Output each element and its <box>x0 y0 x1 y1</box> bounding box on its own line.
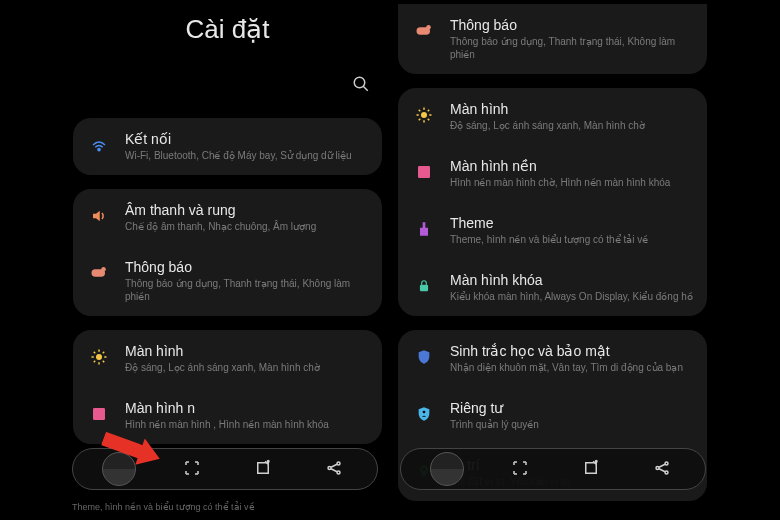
item-title: Âm thanh và rung <box>125 202 368 218</box>
settings-item-notifications[interactable]: Thông báo Thông báo ứng dụng, Thanh trạn… <box>398 4 707 74</box>
item-subtitle: Theme, hình nền và biểu tượng có thể tải… <box>450 233 693 246</box>
settings-item-wallpaper[interactable]: Màn hình nền Hình nền màn hình chờ, Hình… <box>398 145 707 202</box>
item-text: Màn hình nền Hình nền màn hình chờ, Hình… <box>450 158 693 189</box>
svg-line-35 <box>331 464 337 467</box>
item-subtitle: Thông báo ứng dụng, Thanh trạng thái, Kh… <box>125 277 368 303</box>
svg-point-40 <box>665 462 668 465</box>
svg-point-39 <box>656 466 659 469</box>
item-title: Màn hình n <box>125 400 368 416</box>
wifi-icon <box>87 133 111 157</box>
settings-group: Màn hình Độ sáng, Lọc ánh sáng xanh, Màn… <box>73 330 382 444</box>
svg-rect-14 <box>93 408 105 420</box>
svg-point-2 <box>98 148 100 150</box>
brightness-icon <box>412 103 436 127</box>
svg-line-25 <box>428 110 430 112</box>
item-title: Thông báo <box>450 17 693 33</box>
item-text: Theme Theme, hình nền và biểu tượng có t… <box>450 215 693 246</box>
svg-point-33 <box>337 462 340 465</box>
svg-point-28 <box>423 411 426 414</box>
svg-rect-30 <box>257 462 268 473</box>
item-title: Thông báo <box>125 259 368 275</box>
settings-group: Màn hình Độ sáng, Lọc ánh sáng xanh, Màn… <box>398 88 707 316</box>
settings-item-lockscreen[interactable]: Màn hình khóa Kiểu khóa màn hình, Always… <box>398 259 707 316</box>
settings-item-display[interactable]: Màn hình Độ sáng, Lọc ánh sáng xanh, Màn… <box>73 330 382 387</box>
crop-icon[interactable] <box>177 459 207 480</box>
svg-rect-27 <box>420 285 428 291</box>
svg-point-4 <box>101 267 106 272</box>
item-subtitle: Độ sáng, Lọc ánh sáng xanh, Màn hình chờ <box>450 119 693 132</box>
thumbnail-icon[interactable] <box>102 452 136 486</box>
svg-point-5 <box>96 354 102 360</box>
search-icon[interactable] <box>352 75 370 98</box>
item-text: Thông báo Thông báo ứng dụng, Thanh trạn… <box>125 259 368 303</box>
svg-line-43 <box>659 468 665 471</box>
item-title: Màn hình <box>450 101 693 117</box>
item-text: Màn hình khóa Kiểu khóa màn hình, Always… <box>450 272 693 303</box>
svg-line-12 <box>94 361 96 363</box>
svg-rect-26 <box>418 166 430 178</box>
svg-line-1 <box>363 86 368 91</box>
screenshot-toolbar-right <box>400 448 706 490</box>
notification-icon <box>412 19 436 43</box>
svg-line-11 <box>103 361 105 363</box>
item-subtitle: Độ sáng, Lọc ánh sáng xanh, Màn hình chờ <box>125 361 368 374</box>
truncated-text: Theme, hình nền và biểu tượng có thể tải… <box>72 502 255 512</box>
settings-item-display[interactable]: Màn hình Độ sáng, Lọc ánh sáng xanh, Màn… <box>398 88 707 145</box>
svg-point-32 <box>328 466 331 469</box>
svg-line-42 <box>659 464 665 467</box>
item-title: Màn hình <box>125 343 368 359</box>
svg-point-0 <box>354 77 365 88</box>
settings-item-biometrics[interactable]: Sinh trắc học và bảo mật Nhận diện khuôn… <box>398 330 707 387</box>
left-content: Kết nối Wi-Fi, Bluetooth, Chế độ Máy bay… <box>65 118 390 458</box>
item-subtitle: Wi-Fi, Bluetooth, Chế độ Máy bay, Sử dụn… <box>125 149 368 162</box>
svg-line-22 <box>419 110 421 112</box>
item-subtitle: Hình nền màn hình chờ, Hình nền màn hình… <box>450 176 693 189</box>
lock-icon <box>412 274 436 298</box>
item-text: Sinh trắc học và bảo mật Nhận diện khuôn… <box>450 343 693 374</box>
item-subtitle: Thông báo ứng dụng, Thanh trạng thái, Kh… <box>450 35 693 61</box>
svg-line-23 <box>428 119 430 121</box>
item-title: Kết nối <box>125 131 368 147</box>
item-subtitle: Trình quản lý quyền <box>450 418 693 431</box>
brightness-icon <box>87 345 111 369</box>
svg-line-24 <box>419 119 421 121</box>
item-title: Màn hình nền <box>450 158 693 174</box>
item-subtitle: Hình nền màn hình , Hình nền màn hình kh… <box>125 418 368 431</box>
settings-item-privacy[interactable]: Riêng tư Trình quản lý quyền <box>398 387 707 444</box>
settings-item-connections[interactable]: Kết nối Wi-Fi, Bluetooth, Chế độ Máy bay… <box>73 118 382 175</box>
crop-icon[interactable] <box>505 459 535 480</box>
shield-icon <box>412 345 436 369</box>
item-title: Theme <box>450 215 693 231</box>
settings-group: Thông báo Thông báo ứng dụng, Thanh trạn… <box>398 4 707 74</box>
item-text: Màn hình n Hình nền màn hình , Hình nền … <box>125 400 368 431</box>
svg-point-34 <box>337 471 340 474</box>
item-subtitle: Nhận diện khuôn mặt, Vân tay, Tìm di độn… <box>450 361 693 374</box>
svg-rect-37 <box>585 462 596 473</box>
settings-group: Âm thanh và rung Chế độ âm thanh, Nhạc c… <box>73 189 382 316</box>
share-icon[interactable] <box>647 459 677 480</box>
wallpaper-icon <box>87 402 111 426</box>
settings-item-sound[interactable]: Âm thanh và rung Chế độ âm thanh, Nhạc c… <box>73 189 382 246</box>
share-icon[interactable] <box>319 459 349 480</box>
wallpaper-icon <box>412 160 436 184</box>
settings-group: Kết nối Wi-Fi, Bluetooth, Chế độ Máy bay… <box>73 118 382 175</box>
svg-point-41 <box>665 471 668 474</box>
item-text: Thông báo Thông báo ứng dụng, Thanh trạn… <box>450 17 693 61</box>
settings-item-theme[interactable]: Theme Theme, hình nền và biểu tượng có t… <box>398 202 707 259</box>
search-row <box>65 75 390 118</box>
edit-icon[interactable] <box>248 459 278 480</box>
thumbnail-icon[interactable] <box>430 452 464 486</box>
edit-icon[interactable] <box>576 459 606 480</box>
notification-icon <box>87 261 111 285</box>
item-text: Màn hình Độ sáng, Lọc ánh sáng xanh, Màn… <box>125 343 368 374</box>
svg-line-10 <box>94 352 96 354</box>
svg-point-38 <box>595 460 597 462</box>
item-subtitle: Kiểu khóa màn hình, Always On Display, K… <box>450 290 693 303</box>
theme-icon <box>412 217 436 241</box>
item-title: Màn hình khóa <box>450 272 693 288</box>
item-text: Âm thanh và rung Chế độ âm thanh, Nhạc c… <box>125 202 368 233</box>
right-phone-screen: Thông báo Thông báo ứng dụng, Thanh trạn… <box>390 0 780 520</box>
settings-item-notifications[interactable]: Thông báo Thông báo ứng dụng, Thanh trạn… <box>73 246 382 316</box>
item-text: Riêng tư Trình quản lý quyền <box>450 400 693 431</box>
settings-item-wallpaper[interactable]: Màn hình n Hình nền màn hình , Hình nền … <box>73 387 382 444</box>
